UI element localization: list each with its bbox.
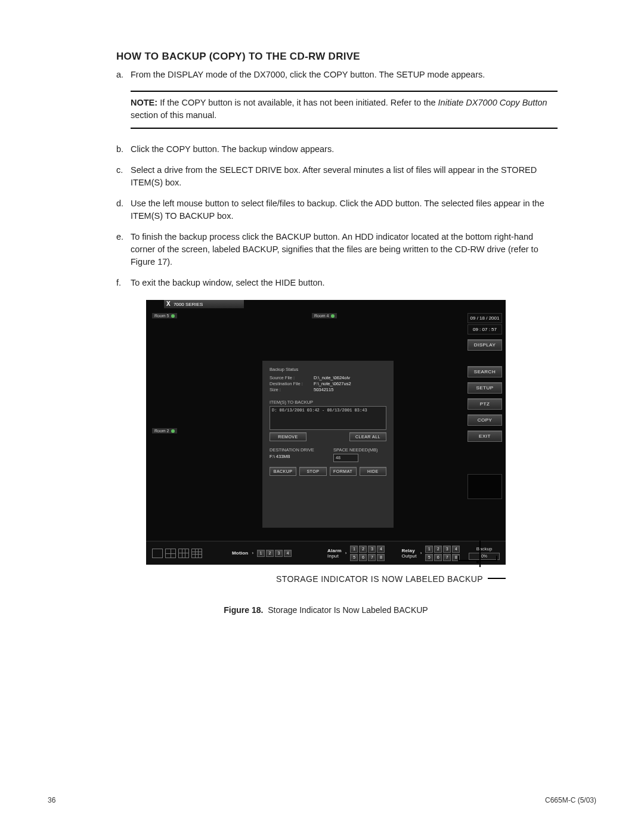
note-text-1: If the COPY button is not available, it … — [160, 98, 438, 107]
alarm-chip[interactable]: 2 — [359, 546, 367, 553]
note-label: NOTE: — [131, 98, 157, 107]
step-d: d. Use the left mouse button to select f… — [116, 197, 558, 222]
brand-x-icon: X — [166, 300, 171, 308]
step-letter: e. — [116, 231, 131, 268]
doc-id: C665M-C (5/03) — [545, 796, 596, 804]
section-title: HOW TO BACKUP (COPY) TO THE CD-RW DRIVE — [116, 51, 558, 63]
activity-indicator — [467, 474, 502, 499]
page-footer: 36 C665M-C (5/03) — [48, 796, 596, 804]
layout-icons — [152, 549, 202, 558]
step-text: To exit the backup window, select the HI… — [131, 277, 558, 289]
camera-label-3: Room 2 — [152, 428, 177, 433]
backup-status-label: Backup Status — [270, 367, 386, 372]
alarm-chip[interactable]: 6 — [359, 554, 367, 561]
alarm-label: Alarm — [327, 548, 342, 553]
motion-chip[interactable]: 1 — [257, 550, 265, 557]
layout-6-icon[interactable] — [178, 549, 189, 558]
figure-caption: Figure 18. Storage Indicator Is Now Labe… — [146, 605, 506, 615]
window-titlebar: X 7000 SERIES — [164, 300, 244, 308]
time-display: 09 : 07 : 57 — [467, 324, 502, 335]
camera-label-1: Room 5 — [152, 313, 177, 318]
alarm-group: Alarm Input › 1 2 3 4 5 6 7 8 — [327, 546, 386, 561]
alarm-chip[interactable]: 5 — [350, 554, 358, 561]
relay-group: Relay Output › 1 2 3 4 5 6 7 8 — [401, 546, 461, 561]
app-screenshot: X 7000 SERIES Room 5 Room 4 Room 2 09 / … — [146, 300, 506, 565]
display-button[interactable]: DISPLAY — [467, 339, 502, 351]
alarm-chip[interactable]: 7 — [368, 554, 376, 561]
items-to-backup-label: ITEM(S) TO BACKUP — [270, 400, 386, 405]
relay-chip[interactable]: 7 — [443, 554, 451, 561]
exit-button[interactable]: EXIT — [467, 431, 502, 442]
step-letter: d. — [116, 197, 131, 222]
relay-chip[interactable]: 1 — [425, 546, 433, 553]
hide-button[interactable]: HIDE — [360, 467, 386, 476]
bottom-bar: Motion › 1 2 3 4 Alarm Input › — [146, 541, 506, 565]
step-text: Use the left mouse button to select file… — [131, 197, 558, 222]
alarm-chips: 1 2 3 4 5 6 7 8 — [350, 546, 386, 561]
callout: STORAGE INDICATOR IS NOW LABELED BACKUP — [146, 574, 506, 584]
page-number: 36 — [48, 796, 55, 804]
backup-indicator-label: Backup — [469, 546, 500, 552]
alarm-chip[interactable]: 4 — [377, 546, 385, 553]
backup-dialog: Backup Status Source File : D:\_note_\06… — [262, 361, 394, 528]
input-label: Input — [327, 553, 342, 559]
step-b: b. Click the COPY button. The backup win… — [116, 143, 558, 156]
relay-chip[interactable]: 2 — [434, 546, 442, 553]
layout-9-icon[interactable] — [191, 549, 202, 558]
motion-label: Motion — [232, 550, 248, 556]
step-letter: b. — [116, 143, 131, 156]
step-a: a. From the DISPLAY mode of the DX7000, … — [116, 69, 558, 81]
relay-chip[interactable]: 6 — [434, 554, 442, 561]
status-dot-icon — [171, 429, 175, 433]
relay-label: Relay — [401, 548, 416, 553]
callout-leader-horizontal — [488, 578, 506, 579]
relay-chip[interactable]: 5 — [425, 554, 433, 561]
destination-drive-value: F:\ 433MB — [270, 454, 323, 459]
status-dot-icon — [331, 314, 335, 318]
camera-label-2: Room 4 — [312, 313, 337, 318]
destination-drive-label: DESTINATION DRIVE — [270, 447, 323, 453]
size-row: Size : 50342115 — [270, 387, 386, 392]
callout-bracket-icon — [458, 555, 497, 563]
figure-text: Storage Indicator Is Now Labeled BACKUP — [268, 605, 428, 615]
relay-chips: 1 2 3 4 5 6 7 8 — [425, 546, 461, 561]
callout-text: STORAGE INDICATOR IS NOW LABELED BACKUP — [276, 574, 483, 584]
motion-chip[interactable]: 4 — [284, 550, 292, 557]
step-letter: a. — [116, 69, 131, 81]
note-block: NOTE: If the COPY button is not availabl… — [131, 91, 558, 129]
motion-chips: 1 2 3 4 — [257, 550, 292, 557]
right-control-strip: 09 / 18 / 2001 09 : 07 : 57 DISPLAY SEAR… — [467, 313, 502, 499]
figure-label: Figure 18. — [224, 605, 263, 615]
step-e: e. To finish the backup process click th… — [116, 231, 558, 268]
remove-button[interactable]: REMOVE — [270, 432, 306, 441]
output-label: Output — [401, 553, 416, 559]
ptz-button[interactable]: PTZ — [467, 398, 502, 410]
note-italic: Initiate DX7000 Copy Button — [438, 98, 547, 107]
step-text: Click the COPY button. The backup window… — [131, 143, 558, 156]
layout-4-icon[interactable] — [165, 549, 176, 558]
step-letter: f. — [116, 277, 131, 289]
relay-chip[interactable]: 3 — [443, 546, 451, 553]
relay-chip[interactable]: 4 — [452, 546, 460, 553]
clear-all-button[interactable]: CLEAR ALL — [349, 432, 386, 441]
date-display: 09 / 18 / 2001 — [467, 313, 502, 323]
setup-button[interactable]: SETUP — [467, 382, 502, 394]
layout-1-icon[interactable] — [152, 549, 163, 558]
alarm-chip[interactable]: 3 — [368, 546, 376, 553]
space-needed-field[interactable]: 48 — [333, 454, 358, 462]
copy-button[interactable]: COPY — [467, 414, 502, 426]
format-button[interactable]: FORMAT — [330, 467, 357, 476]
alarm-chip[interactable]: 1 — [350, 546, 358, 553]
alarm-chip[interactable]: 8 — [377, 554, 385, 561]
motion-chip[interactable]: 2 — [266, 550, 274, 557]
status-dot-icon — [171, 314, 175, 318]
items-to-backup-list[interactable]: D: 08/13/2001 03:42 - 08/13/2001 03:43 — [270, 406, 386, 430]
callout-leader-vertical — [479, 541, 481, 567]
step-letter: c. — [116, 164, 131, 189]
space-needed-label: SPACE NEEDED(MB) — [333, 447, 386, 453]
backup-button[interactable]: BACKUP — [270, 467, 296, 476]
stop-button[interactable]: STOP — [299, 467, 326, 476]
motion-chip[interactable]: 3 — [275, 550, 283, 557]
search-button[interactable]: SEARCH — [467, 366, 502, 377]
step-f: f. To exit the backup window, select the… — [116, 277, 558, 289]
